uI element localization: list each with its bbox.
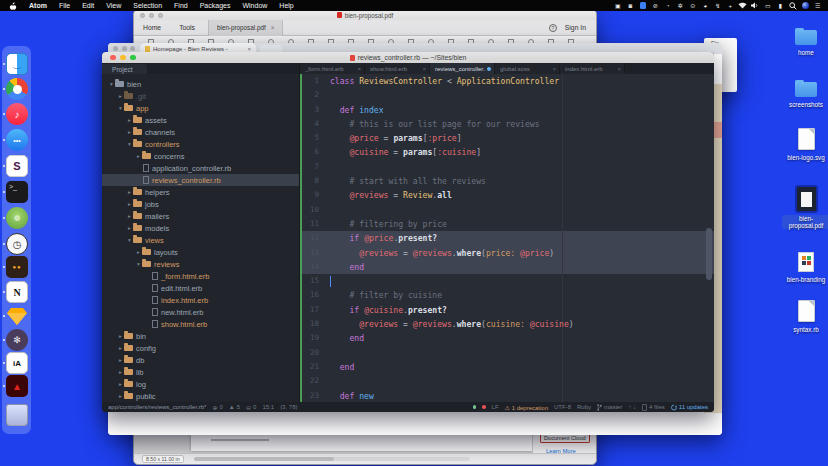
acrobat-title-bar[interactable]: bien-proposal.pdf <box>134 10 596 20</box>
acrobat-window-controls[interactable] <box>140 13 163 18</box>
close-tab-icon[interactable]: × <box>617 66 621 72</box>
tree-item-models[interactable]: ▸models <box>102 222 299 234</box>
dock-item-clock-app[interactable]: ◷ <box>6 233 28 255</box>
dock-item-trash[interactable] <box>6 404 28 426</box>
editor-tab-index-html-erb[interactable]: index.html.erb× <box>560 63 625 74</box>
camera-icon[interactable]: ▣ <box>612 0 625 11</box>
search-icon[interactable] <box>787 0 800 11</box>
tree-item-layouts[interactable]: ▸layouts <box>102 246 299 258</box>
atom-title-bar[interactable]: reviews_controller.rb — ~/Sites/bien <box>102 52 714 63</box>
status-line-ending[interactable]: LF <box>492 404 499 410</box>
project-tab[interactable]: Project <box>102 64 147 74</box>
notification-icon[interactable]: ◕ <box>699 0 712 11</box>
dock-item-face-app[interactable]: ●● <box>6 256 28 278</box>
circle-icon[interactable]: ⊙ <box>687 0 700 11</box>
status-grammar[interactable]: Ruby <box>577 404 591 410</box>
tab-tools[interactable]: Tools <box>170 24 204 31</box>
help-icon[interactable]: ? <box>549 24 557 32</box>
tree-item-helpers[interactable]: ▸helpers <box>102 186 299 198</box>
menu-list-icon[interactable]: ☰ <box>812 0 825 11</box>
tree-item-public[interactable]: ▸public <box>102 390 299 402</box>
tree-item-edit-html-erb[interactable]: edit.html.erb <box>102 282 299 294</box>
dock-item-terminal[interactable]: >_ <box>6 181 28 203</box>
status-cursor-position[interactable]: 15:1 <box>262 404 274 410</box>
dock-item-acrobat[interactable]: ▲ <box>6 375 28 397</box>
dock-item-reel-app[interactable]: ✻ <box>6 329 28 351</box>
tree-item-db[interactable]: ▸db <box>102 354 299 366</box>
tree-item-jobs[interactable]: ▸jobs <box>102 198 299 210</box>
menu-item-help[interactable]: Help <box>273 2 299 9</box>
shield-icon[interactable]: ◙ <box>624 0 637 11</box>
dock-item-chrome[interactable] <box>6 78 28 100</box>
atom-window-controls[interactable] <box>110 55 136 61</box>
slash-circle-icon[interactable]: ⊘ <box>649 0 662 11</box>
tree-item-index-html-erb[interactable]: index.html.erb <box>102 294 299 306</box>
plus-icon[interactable]: + <box>724 0 737 11</box>
battery-icon[interactable]: ▮ <box>774 0 787 11</box>
sign-in-button[interactable]: Sign In <box>565 24 586 31</box>
tree-item-bin[interactable]: ▸bin <box>102 330 299 342</box>
tree-item-lib[interactable]: ▸lib <box>102 366 299 378</box>
tree-item-new-html-erb[interactable]: new.html.erb <box>102 306 299 318</box>
tree-item-log[interactable]: ▸log <box>102 378 299 390</box>
dropbox-icon[interactable] <box>637 0 650 11</box>
desktop-icon-bien-logo-svg[interactable]: bien-logo.svg <box>776 126 828 161</box>
dock-item-messages[interactable]: ••• <box>6 129 28 151</box>
menu-item-find[interactable]: Find <box>168 2 194 9</box>
chrome-tab-close-icon[interactable]: × <box>247 46 251 52</box>
desktop-icon-screenshots[interactable]: screenshots <box>776 77 828 108</box>
editor-tab-show-html-erb[interactable]: show.html.erb× <box>365 63 430 74</box>
dock-item-sketch[interactable] <box>6 305 28 327</box>
clock-icon[interactable]: ◔ <box>662 0 675 11</box>
menu-item-edit[interactable]: Edit <box>76 2 100 9</box>
status-deprecations[interactable]: ⚠ 1 deprecation <box>505 404 548 411</box>
desktop-icon-home[interactable]: home <box>776 25 828 56</box>
menu-item-atom[interactable]: Atom <box>23 2 53 9</box>
tree-item--form-html-erb[interactable]: _form.html.erb <box>102 270 299 282</box>
bolt-icon[interactable]: ↯ <box>712 0 725 11</box>
tree-item-show-html-erb[interactable]: show.html.erb <box>102 318 299 330</box>
desktop-icon-bien-proposal-pdf[interactable]: bien-proposal.pdf <box>776 185 828 229</box>
menu-item-file[interactable]: File <box>53 2 76 9</box>
siri-icon[interactable] <box>799 0 812 11</box>
acrobat-document-tab[interactable]: bien-proposal.pdf × <box>208 20 283 36</box>
menu-item-window[interactable]: Window <box>236 2 273 9</box>
apple-menu-icon[interactable] <box>0 1 23 10</box>
tree-item-reviews-controller-rb[interactable]: reviews_controller.rb <box>102 174 299 186</box>
close-tab-icon[interactable]: × <box>422 66 426 72</box>
tree-item-controllers[interactable]: ▾controllers <box>102 138 299 150</box>
tree-item-bien[interactable]: ▾bien <box>102 78 299 90</box>
tree-item-assets[interactable]: ▸assets <box>102 114 299 126</box>
menu-item-packages[interactable]: Packages <box>194 2 237 9</box>
dock-item-finder[interactable]: ‿ <box>6 53 28 75</box>
horizontal-scrollbar[interactable] <box>194 457 470 461</box>
chrome-window-controls[interactable] <box>113 46 135 51</box>
gear-icon[interactable]: ✲ <box>674 0 687 11</box>
tree-item-mailers[interactable]: ▸mailers <box>102 210 299 222</box>
dock-item-green-app[interactable]: ❁ <box>6 207 28 229</box>
status-git-branch[interactable]: master <box>597 404 622 411</box>
editor-tab--form-html-erb[interactable]: _form.html.erb× <box>300 63 365 74</box>
editor-tab-reviews-controller-rb[interactable]: reviews_controller.rb <box>430 63 495 74</box>
tree-item-concerns[interactable]: ▸concerns <box>102 150 299 162</box>
wifi-icon[interactable] <box>737 0 750 11</box>
desktop-icon-syntax-rb[interactable]: syntax.rb <box>776 298 828 333</box>
close-tab-icon[interactable]: × <box>357 66 361 72</box>
tree-item-config[interactable]: ▸config <box>102 342 299 354</box>
close-tab-icon[interactable]: × <box>271 24 275 31</box>
editor-scrollbar[interactable] <box>706 228 712 280</box>
tree-item-views[interactable]: ▾views <box>102 234 299 246</box>
dock-item-slack[interactable]: S <box>6 155 28 177</box>
tree-item--git[interactable]: ▸.git <box>102 90 299 102</box>
desktop-icon-bien-branding[interactable]: bien-branding <box>776 250 828 283</box>
tab-home[interactable]: Home <box>134 24 170 31</box>
volume-icon[interactable] <box>749 0 762 11</box>
code-editor[interactable]: 1234567891011121314151617181920212223 cl… <box>300 74 714 402</box>
tree-item-reviews[interactable]: ▾reviews <box>102 258 299 270</box>
dock-item-ia-writer[interactable]: iA <box>6 352 28 374</box>
tree-item-channels[interactable]: ▸channels <box>102 126 299 138</box>
dock-item-music[interactable]: ♪ <box>6 103 28 125</box>
display-icon[interactable]: ▭ <box>762 0 775 11</box>
tree-item-app[interactable]: ▾app <box>102 102 299 114</box>
status-files[interactable]: 4 files <box>642 404 665 411</box>
